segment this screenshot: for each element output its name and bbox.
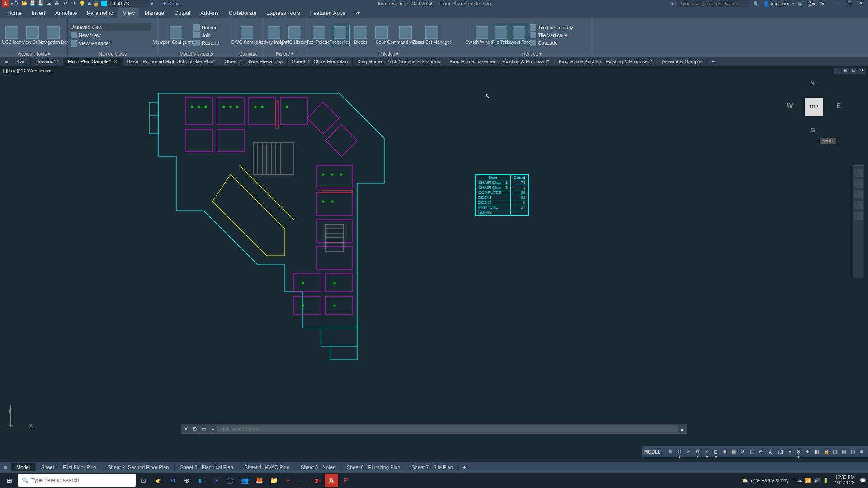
file-tab[interactable]: Sheet 1 - Store Elevations	[220, 58, 288, 66]
restore-vp-button[interactable]: Restore	[193, 39, 220, 47]
view-manager-button[interactable]: View Manager	[70, 40, 156, 47]
activity-insights-button[interactable]: Activity Insights	[264, 25, 284, 46]
panel-label-interface[interactable]: Interface ▾	[472, 51, 590, 57]
open-icon[interactable]: 📂	[21, 0, 28, 7]
powerpoint-icon[interactable]: P	[339, 474, 353, 487]
tab-featured[interactable]: Featured Apps	[306, 8, 350, 18]
table-row[interactable]: CHAIR Chair - 173	[476, 180, 528, 185]
file-tab[interactable]: Base - Proposed High School Site Plan*	[123, 58, 221, 66]
layout-tab[interactable]: Sheet 4 -HVAC Plan	[239, 463, 295, 471]
layout-tab[interactable]: Model	[11, 463, 36, 471]
tray-volume-icon[interactable]: 🔊	[814, 478, 820, 483]
tab-view[interactable]: View	[118, 8, 139, 18]
tab-insert[interactable]: Insert	[27, 8, 50, 18]
dropdown-icon[interactable]: ▾	[151, 1, 153, 6]
search-input[interactable]	[677, 0, 750, 7]
viewcube-north[interactable]: N	[810, 80, 815, 87]
panel-label-history[interactable]: History ▾	[264, 51, 305, 57]
status-cycling-icon[interactable]: ⟳	[739, 448, 746, 455]
status-units-icon[interactable]: ✚	[804, 448, 811, 455]
cascade-button[interactable]: Cascade	[529, 39, 574, 47]
cmd-close-icon[interactable]: ✕	[181, 426, 190, 432]
table-row[interactable]: DESK38	[476, 200, 528, 205]
status-lineweight-icon[interactable]: ≡	[721, 448, 728, 455]
cmd-expand-icon[interactable]: ▴	[678, 426, 687, 432]
layer-color-swatch[interactable]	[101, 1, 107, 6]
app-logo[interactable]: A	[2, 0, 9, 7]
table-row[interactable]: SOFA2	[476, 210, 528, 215]
search-dropdown-icon[interactable]: ▾	[671, 1, 674, 6]
tab-manage[interactable]: Manage	[140, 8, 169, 18]
status-gear-icon[interactable]: ⚙ ▾	[795, 448, 802, 455]
file-tab[interactable]: King Home - Brick Surface Elevations	[353, 58, 445, 66]
status-cleanscreen-icon[interactable]: ▢	[849, 448, 856, 455]
help-icon[interactable]: ?▾	[819, 1, 825, 7]
layout-tab[interactable]: Sheet 3 - Electrical Plan	[175, 463, 239, 471]
nav-pan-icon[interactable]	[854, 179, 863, 188]
named-vp-button[interactable]: Named	[193, 24, 220, 31]
file-tab[interactable]: Drawing1*	[31, 58, 63, 66]
taskbar-search[interactable]: 🔍 Type here to search	[18, 474, 136, 487]
layout-tabs-button[interactable]: Layout Tabs	[510, 25, 528, 46]
status-dynamic-icon[interactable]: ⊕	[757, 448, 764, 455]
plot-icon[interactable]: 🖶	[54, 0, 60, 7]
switch-windows-button[interactable]: Switch Windows	[472, 25, 492, 46]
layer-freeze-icon[interactable]: ❄	[87, 1, 91, 7]
sheetset-button[interactable]: Sheet Set Manager	[420, 25, 444, 46]
tab-output[interactable]: Output	[170, 8, 195, 18]
edge-icon[interactable]: ◐	[194, 474, 208, 487]
status-isodraft-icon[interactable]: ∠ ▾	[703, 448, 710, 455]
status-3dosnap-icon[interactable]: ◫	[748, 448, 755, 455]
file-tab[interactable]: King Home Kitchen - Existing & Proposed*	[554, 58, 657, 66]
new-tab-button[interactable]: +	[708, 58, 717, 65]
vp-maximize-icon[interactable]: ▢	[850, 68, 857, 74]
teams-icon[interactable]: 👥	[238, 474, 251, 487]
status-annoscale-icon[interactable]: Ａ	[766, 448, 774, 455]
table-row[interactable]: COMPUTER68	[476, 190, 528, 195]
web-icon[interactable]: ☁	[46, 0, 52, 7]
table-row[interactable]: FNPHONE57	[476, 205, 528, 210]
status-osnap-icon[interactable]: ◻ ▾	[712, 448, 719, 455]
start-button[interactable]: ⊞	[2, 474, 17, 487]
status-polar-icon[interactable]: ⊙ ▾	[694, 448, 701, 455]
task-view-icon[interactable]: ⊡	[137, 474, 150, 487]
layer-lock-icon[interactable]: 🔓	[93, 1, 99, 7]
viewport-label[interactable]: [-][Top][2D Wireframe]	[3, 68, 52, 73]
vp-restore-icon[interactable]: ▣	[842, 68, 849, 74]
nav-showmotion-icon[interactable]	[854, 212, 863, 220]
layout-tab[interactable]: Sheet 6 - Plumbing Plan	[341, 463, 406, 471]
tab-parametric[interactable]: Parametric	[82, 8, 118, 18]
store-icon[interactable]: ⊕	[180, 474, 193, 487]
explorer-icon[interactable]: 📁	[267, 474, 280, 487]
status-hardware-icon[interactable]: ▤	[840, 448, 847, 455]
cart-icon[interactable]: 🛒	[798, 1, 804, 7]
cortana-icon[interactable]: ◯	[223, 474, 237, 487]
search-icon[interactable]: 🔍	[753, 1, 760, 7]
app-a-icon[interactable]: ✦	[281, 474, 295, 487]
close-tab-icon[interactable]: ✕	[113, 59, 118, 64]
save-icon[interactable]: 💾	[29, 0, 36, 7]
tab-addins[interactable]: Add-ins	[196, 8, 223, 18]
properties-button[interactable]: Properties	[330, 25, 350, 46]
wcs-indicator[interactable]: WCS	[820, 138, 836, 144]
view-cube[interactable]: N S E W TOP	[787, 80, 841, 134]
dwg-compare-button[interactable]: DWG Compare	[237, 25, 257, 46]
status-scale[interactable]: 1:1	[775, 449, 785, 455]
tray-onedrive-icon[interactable]: ☁	[797, 478, 802, 483]
panel-label-viewport[interactable]: Viewport Tools ▾	[2, 51, 66, 57]
viewcube-south[interactable]: S	[811, 127, 815, 134]
tab-express[interactable]: Express Tools	[262, 8, 304, 18]
tab-home[interactable]: Home	[3, 8, 26, 18]
viewcube-west[interactable]: W	[787, 102, 793, 109]
file-tab[interactable]: Floor Plan Sample*✕	[63, 58, 123, 66]
table-row[interactable]: CHAIR Chair - 31	[476, 185, 528, 190]
named-view-dropdown[interactable]	[70, 23, 151, 31]
tray-network-icon[interactable]: 📶	[805, 478, 811, 483]
status-model[interactable]: MODEL	[642, 449, 662, 455]
file-tabs-menu-icon[interactable]: ≡	[2, 59, 11, 64]
status-snap-icon[interactable]: ∷ ▾	[676, 448, 683, 455]
panel-label-palettes[interactable]: Palettes ▾	[309, 51, 468, 57]
status-grid-icon[interactable]: ⊞	[667, 448, 674, 455]
layout-tab[interactable]: Sheet 1 - First Floor Plan	[36, 463, 102, 471]
word-icon[interactable]: W	[209, 474, 222, 487]
